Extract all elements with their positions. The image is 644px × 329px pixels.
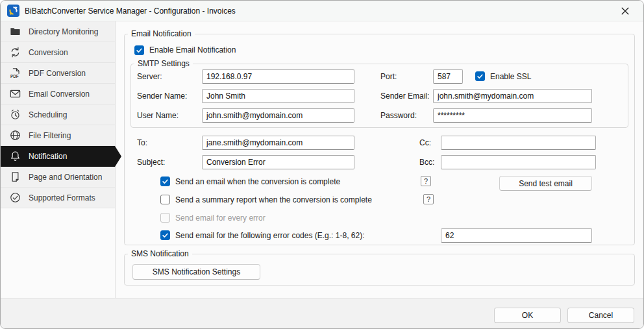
sidebar: Directory Monitoring Conversion PDF PDF … <box>1 21 116 299</box>
send-summary-label: Send a summary report when the conversio… <box>175 193 372 207</box>
sms-notification-settings-button[interactable]: SMS Notification Settings <box>132 264 260 280</box>
sidebar-item-label: Directory Monitoring <box>29 27 98 36</box>
sync-icon <box>9 46 21 58</box>
folder-icon <box>9 25 21 38</box>
sidebar-item-label: Supported Formats <box>29 193 95 202</box>
cc-input[interactable] <box>441 136 596 150</box>
sender-name-input[interactable] <box>202 89 354 103</box>
bcc-input[interactable] <box>441 155 596 169</box>
sidebar-item-label: File Filtering <box>29 131 71 140</box>
password-input[interactable] <box>433 108 592 123</box>
smtp-settings-group-label: SMTP Settings <box>134 59 193 69</box>
bcc-label: Bcc: <box>419 155 434 169</box>
port-input[interactable] <box>433 69 463 84</box>
sidebar-item-file-filtering[interactable]: File Filtering <box>1 125 115 146</box>
svg-text:PDF: PDF <box>10 74 19 79</box>
globe-icon <box>9 129 21 141</box>
sidebar-item-scheduling[interactable]: Scheduling <box>1 104 115 125</box>
user-name-label: User Name: <box>137 108 179 123</box>
user-name-input[interactable] <box>202 108 354 123</box>
sidebar-item-email-conversion[interactable]: Email Conversion <box>1 84 115 104</box>
server-input[interactable] <box>202 69 354 84</box>
cc-label: Cc: <box>419 136 431 150</box>
sender-email-label: Sender Email: <box>380 89 429 103</box>
enable-email-notification-checkbox[interactable] <box>134 45 144 55</box>
server-label: Server: <box>137 69 162 84</box>
send-summary-help-button[interactable]: ? <box>423 194 434 204</box>
sidebar-item-label: Scheduling <box>29 110 67 119</box>
dialog-window: BiBatchConverter Service Manager - Confi… <box>0 0 644 329</box>
ok-button[interactable]: OK <box>494 308 561 323</box>
sender-name-label: Sender Name: <box>137 89 187 103</box>
bell-icon <box>9 150 21 162</box>
envelope-icon <box>9 88 21 100</box>
sidebar-item-conversion[interactable]: Conversion <box>1 42 115 63</box>
subject-input[interactable] <box>202 155 354 169</box>
sidebar-item-notification[interactable]: Notification <box>1 146 115 167</box>
password-label: Password: <box>380 108 417 123</box>
sidebar-item-directory-monitoring[interactable]: Directory Monitoring <box>1 21 115 42</box>
send-complete-help-button[interactable]: ? <box>421 176 431 186</box>
send-complete-checkbox[interactable] <box>160 177 170 186</box>
to-input[interactable] <box>202 136 354 150</box>
to-label: To: <box>137 136 147 150</box>
alarm-clock-icon <box>9 108 21 121</box>
sidebar-item-label: Page and Orientation <box>29 173 102 182</box>
send-test-email-button[interactable]: Send test email <box>499 176 592 191</box>
error-codes-input[interactable] <box>441 228 592 243</box>
port-label: Port: <box>380 69 397 84</box>
title-bar: BiBatchConverter Service Manager - Confi… <box>1 1 643 21</box>
send-every-error-checkbox <box>160 213 170 223</box>
sidebar-item-label: PDF Conversion <box>29 69 86 78</box>
app-logo-icon <box>7 5 19 17</box>
sidebar-item-label: Notification <box>29 152 67 161</box>
send-every-error-label: Send email for every error <box>175 211 266 225</box>
enable-ssl-checkbox[interactable] <box>475 71 485 81</box>
enable-email-notification-label: Enable Email Notification <box>149 43 236 57</box>
sms-notification-group-label: SMS Notification <box>128 249 192 259</box>
sidebar-item-page-and-orientation[interactable]: Page and Orientation <box>1 167 115 188</box>
subject-label: Subject: <box>137 155 165 169</box>
sidebar-item-label: Conversion <box>29 48 68 57</box>
cancel-button[interactable]: Cancel <box>567 308 634 323</box>
page-icon <box>9 171 21 183</box>
check-circle-icon <box>9 191 21 204</box>
send-complete-label: Send an email when the conversion is com… <box>175 175 340 189</box>
send-summary-checkbox[interactable] <box>160 195 170 204</box>
email-notification-group-label: Email Notification <box>128 29 195 39</box>
send-error-codes-label: Send email for the following error codes… <box>175 228 364 243</box>
sidebar-item-label: Email Conversion <box>29 90 90 99</box>
sidebar-item-supported-formats[interactable]: Supported Formats <box>1 188 115 208</box>
sidebar-item-pdf-conversion[interactable]: PDF PDF Conversion <box>1 63 115 84</box>
window-title: BiBatchConverter Service Manager - Confi… <box>25 6 236 16</box>
send-error-codes-checkbox[interactable] <box>160 230 170 240</box>
close-icon[interactable] <box>612 3 638 19</box>
pdf-file-icon: PDF <box>9 67 21 79</box>
enable-ssl-label: Enable SSL <box>490 69 531 84</box>
sender-email-input[interactable] <box>433 89 592 103</box>
